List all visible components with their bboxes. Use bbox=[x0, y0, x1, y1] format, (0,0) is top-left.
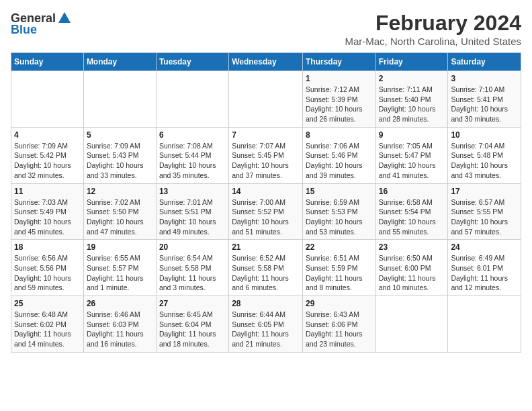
day-number: 20 bbox=[159, 242, 226, 252]
day-info: Sunrise: 7:00 AM Sunset: 5:52 PM Dayligh… bbox=[232, 197, 300, 237]
day-number: 12 bbox=[87, 187, 153, 196]
title-area: February 2024 Mar-Mac, North Carolina, U… bbox=[345, 11, 521, 47]
day-info: Sunrise: 7:08 AM Sunset: 5:44 PM Dayligh… bbox=[159, 141, 226, 181]
day-number: 22 bbox=[306, 242, 373, 252]
day-number: 3 bbox=[451, 74, 518, 83]
day-info: Sunrise: 7:09 AM Sunset: 5:43 PM Dayligh… bbox=[87, 141, 153, 181]
weekday-header: Wednesday bbox=[229, 53, 303, 71]
day-info: Sunrise: 6:59 AM Sunset: 5:53 PM Dayligh… bbox=[306, 197, 373, 237]
day-info: Sunrise: 7:07 AM Sunset: 5:45 PM Dayligh… bbox=[232, 141, 300, 181]
day-info: Sunrise: 6:46 AM Sunset: 6:03 PM Dayligh… bbox=[87, 310, 153, 349]
day-number: 5 bbox=[87, 130, 153, 140]
calendar-cell bbox=[229, 71, 303, 128]
calendar-cell: 7Sunrise: 7:07 AM Sunset: 5:45 PM Daylig… bbox=[229, 127, 303, 183]
calendar-cell: 1Sunrise: 7:12 AM Sunset: 5:39 PM Daylig… bbox=[302, 71, 375, 128]
calendar-cell: 21Sunrise: 6:52 AM Sunset: 5:58 PM Dayli… bbox=[229, 240, 303, 296]
day-info: Sunrise: 7:06 AM Sunset: 5:46 PM Dayligh… bbox=[306, 141, 373, 181]
calendar-cell: 10Sunrise: 7:04 AM Sunset: 5:48 PM Dayli… bbox=[448, 127, 521, 183]
day-info: Sunrise: 6:55 AM Sunset: 5:57 PM Dayligh… bbox=[87, 253, 153, 293]
day-info: Sunrise: 7:02 AM Sunset: 5:50 PM Dayligh… bbox=[87, 197, 153, 237]
day-number: 9 bbox=[379, 130, 445, 140]
day-number: 23 bbox=[379, 242, 445, 252]
calendar-week-row: 18Sunrise: 6:56 AM Sunset: 5:56 PM Dayli… bbox=[11, 240, 521, 296]
calendar-cell bbox=[448, 296, 521, 353]
day-info: Sunrise: 6:50 AM Sunset: 6:00 PM Dayligh… bbox=[379, 253, 445, 293]
calendar-cell: 23Sunrise: 6:50 AM Sunset: 6:00 PM Dayli… bbox=[375, 240, 448, 296]
calendar-week-row: 4Sunrise: 7:09 AM Sunset: 5:42 PM Daylig… bbox=[11, 127, 521, 183]
calendar-week-row: 11Sunrise: 7:03 AM Sunset: 5:49 PM Dayli… bbox=[11, 183, 521, 240]
calendar-cell bbox=[375, 296, 448, 353]
calendar-cell: 12Sunrise: 7:02 AM Sunset: 5:50 PM Dayli… bbox=[83, 183, 156, 240]
calendar-cell: 18Sunrise: 6:56 AM Sunset: 5:56 PM Dayli… bbox=[11, 240, 84, 296]
day-number: 4 bbox=[14, 130, 81, 140]
logo-icon bbox=[57, 11, 72, 26]
calendar-cell: 28Sunrise: 6:44 AM Sunset: 6:05 PM Dayli… bbox=[229, 296, 303, 353]
day-info: Sunrise: 6:52 AM Sunset: 5:58 PM Dayligh… bbox=[232, 253, 300, 293]
calendar-cell: 24Sunrise: 6:49 AM Sunset: 6:01 PM Dayli… bbox=[448, 240, 521, 296]
calendar-cell: 25Sunrise: 6:48 AM Sunset: 6:02 PM Dayli… bbox=[11, 296, 84, 353]
calendar-cell: 19Sunrise: 6:55 AM Sunset: 5:57 PM Dayli… bbox=[83, 240, 156, 296]
calendar-cell bbox=[83, 71, 156, 128]
weekday-header: Tuesday bbox=[156, 53, 228, 71]
day-number: 8 bbox=[306, 130, 373, 140]
calendar-cell: 27Sunrise: 6:45 AM Sunset: 6:04 PM Dayli… bbox=[156, 296, 228, 353]
day-info: Sunrise: 6:44 AM Sunset: 6:05 PM Dayligh… bbox=[232, 310, 300, 349]
day-number: 2 bbox=[379, 74, 445, 83]
calendar-week-row: 1Sunrise: 7:12 AM Sunset: 5:39 PM Daylig… bbox=[11, 71, 521, 128]
calendar-cell: 9Sunrise: 7:05 AM Sunset: 5:47 PM Daylig… bbox=[375, 127, 448, 183]
day-info: Sunrise: 6:48 AM Sunset: 6:02 PM Dayligh… bbox=[14, 310, 81, 349]
weekday-header: Thursday bbox=[302, 53, 375, 71]
day-number: 10 bbox=[451, 130, 518, 140]
calendar-cell: 3Sunrise: 7:10 AM Sunset: 5:41 PM Daylig… bbox=[448, 71, 521, 128]
calendar-cell: 26Sunrise: 6:46 AM Sunset: 6:03 PM Dayli… bbox=[83, 296, 156, 353]
header: General Blue February 2024 Mar-Mac, Nort… bbox=[11, 11, 521, 47]
day-info: Sunrise: 6:57 AM Sunset: 5:55 PM Dayligh… bbox=[451, 197, 518, 237]
calendar-cell: 20Sunrise: 6:54 AM Sunset: 5:58 PM Dayli… bbox=[156, 240, 228, 296]
day-info: Sunrise: 6:56 AM Sunset: 5:56 PM Dayligh… bbox=[14, 253, 81, 293]
calendar-cell: 15Sunrise: 6:59 AM Sunset: 5:53 PM Dayli… bbox=[302, 183, 375, 240]
day-info: Sunrise: 6:58 AM Sunset: 5:54 PM Dayligh… bbox=[379, 197, 445, 237]
calendar-cell: 14Sunrise: 7:00 AM Sunset: 5:52 PM Dayli… bbox=[229, 183, 303, 240]
calendar-cell: 29Sunrise: 6:43 AM Sunset: 6:06 PM Dayli… bbox=[302, 296, 375, 353]
day-number: 17 bbox=[451, 187, 518, 196]
svg-marker-0 bbox=[58, 12, 71, 23]
day-number: 14 bbox=[232, 187, 300, 196]
calendar-cell: 22Sunrise: 6:51 AM Sunset: 5:59 PM Dayli… bbox=[302, 240, 375, 296]
month-title: February 2024 bbox=[345, 11, 521, 36]
day-number: 7 bbox=[232, 130, 300, 140]
day-info: Sunrise: 6:49 AM Sunset: 6:01 PM Dayligh… bbox=[451, 253, 518, 293]
day-info: Sunrise: 7:11 AM Sunset: 5:40 PM Dayligh… bbox=[379, 85, 445, 124]
logo-blue: Blue bbox=[11, 23, 37, 37]
day-number: 11 bbox=[14, 187, 81, 196]
calendar-cell bbox=[11, 71, 84, 128]
day-number: 6 bbox=[159, 130, 226, 140]
calendar: SundayMondayTuesdayWednesdayThursdayFrid… bbox=[11, 52, 521, 353]
day-info: Sunrise: 7:04 AM Sunset: 5:48 PM Dayligh… bbox=[451, 141, 518, 181]
day-number: 15 bbox=[306, 187, 373, 196]
day-info: Sunrise: 7:12 AM Sunset: 5:39 PM Dayligh… bbox=[306, 85, 373, 124]
weekday-header: Friday bbox=[375, 53, 448, 71]
weekday-header-row: SundayMondayTuesdayWednesdayThursdayFrid… bbox=[11, 53, 521, 71]
day-number: 28 bbox=[232, 299, 300, 308]
calendar-cell: 13Sunrise: 7:01 AM Sunset: 5:51 PM Dayli… bbox=[156, 183, 228, 240]
day-info: Sunrise: 7:10 AM Sunset: 5:41 PM Dayligh… bbox=[451, 85, 518, 124]
day-info: Sunrise: 7:09 AM Sunset: 5:42 PM Dayligh… bbox=[14, 141, 81, 181]
day-number: 26 bbox=[87, 299, 153, 308]
day-number: 27 bbox=[159, 299, 226, 308]
day-number: 19 bbox=[87, 242, 153, 252]
day-info: Sunrise: 6:51 AM Sunset: 5:59 PM Dayligh… bbox=[306, 253, 373, 293]
day-info: Sunrise: 7:01 AM Sunset: 5:51 PM Dayligh… bbox=[159, 197, 226, 237]
calendar-cell: 5Sunrise: 7:09 AM Sunset: 5:43 PM Daylig… bbox=[83, 127, 156, 183]
logo: General Blue bbox=[11, 11, 72, 37]
day-number: 29 bbox=[306, 299, 373, 308]
day-info: Sunrise: 6:43 AM Sunset: 6:06 PM Dayligh… bbox=[306, 310, 373, 349]
calendar-cell: 2Sunrise: 7:11 AM Sunset: 5:40 PM Daylig… bbox=[375, 71, 448, 128]
location-title: Mar-Mac, North Carolina, United States bbox=[345, 36, 521, 47]
day-info: Sunrise: 7:05 AM Sunset: 5:47 PM Dayligh… bbox=[379, 141, 445, 181]
calendar-cell: 17Sunrise: 6:57 AM Sunset: 5:55 PM Dayli… bbox=[448, 183, 521, 240]
calendar-cell: 8Sunrise: 7:06 AM Sunset: 5:46 PM Daylig… bbox=[302, 127, 375, 183]
calendar-week-row: 25Sunrise: 6:48 AM Sunset: 6:02 PM Dayli… bbox=[11, 296, 521, 353]
day-number: 21 bbox=[232, 242, 300, 252]
day-number: 25 bbox=[14, 299, 81, 308]
calendar-cell: 16Sunrise: 6:58 AM Sunset: 5:54 PM Dayli… bbox=[375, 183, 448, 240]
